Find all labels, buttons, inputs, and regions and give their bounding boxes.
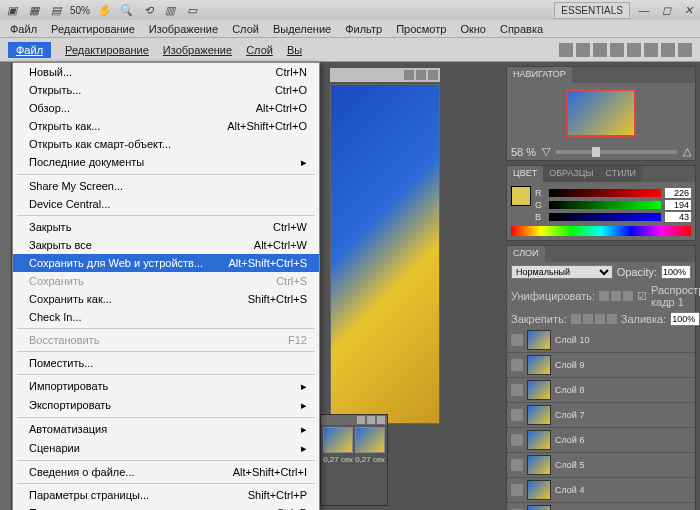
foreground-swatch[interactable] <box>511 186 531 206</box>
rotate-icon[interactable]: ⟲ <box>140 2 156 18</box>
menu-item[interactable]: Share My Screen... <box>13 177 319 195</box>
layer-row[interactable]: Слой 7 <box>507 403 695 428</box>
r-value[interactable]: 226 <box>665 188 691 198</box>
opt-icon[interactable] <box>559 43 573 57</box>
opt-icon[interactable] <box>644 43 658 57</box>
menu-edit[interactable]: Редактирование <box>45 21 141 37</box>
canvas-close-icon[interactable] <box>428 70 438 80</box>
zoom-slider[interactable] <box>556 150 677 154</box>
r-slider[interactable] <box>549 189 661 197</box>
unify-icon[interactable] <box>623 291 633 301</box>
anim-icon[interactable] <box>367 416 375 424</box>
hue-strip[interactable] <box>511 226 691 236</box>
lock-icon[interactable] <box>571 314 581 324</box>
toolbox[interactable] <box>0 62 12 510</box>
menu-item[interactable]: Последние документы▸ <box>13 153 319 172</box>
lock-icon[interactable] <box>595 314 605 324</box>
opt-layer[interactable]: Слой <box>246 44 273 56</box>
menu-item[interactable]: Сохранить как...Shift+Ctrl+S <box>13 290 319 308</box>
menu-item[interactable]: Сохранить для Web и устройств...Alt+Shif… <box>13 254 319 272</box>
visibility-icon[interactable] <box>511 434 523 446</box>
styles-tab[interactable]: СТИЛИ <box>599 166 642 182</box>
opt-icon[interactable] <box>576 43 590 57</box>
opt-more[interactable]: Вы <box>287 44 302 56</box>
visibility-icon[interactable] <box>511 459 523 471</box>
menu-image[interactable]: Изображение <box>143 21 224 37</box>
visibility-icon[interactable] <box>511 334 523 346</box>
layer-row[interactable]: Слой 4 <box>507 478 695 503</box>
menu-item[interactable]: Сведения о файле...Alt+Shift+Ctrl+I <box>13 463 319 481</box>
g-slider[interactable] <box>549 201 661 209</box>
layer-row[interactable]: Слой 6 <box>507 428 695 453</box>
menu-layer[interactable]: Слой <box>226 21 265 37</box>
b-value[interactable]: 43 <box>665 212 691 222</box>
bridge-icon[interactable]: ▦ <box>26 2 42 18</box>
g-value[interactable]: 194 <box>665 200 691 210</box>
swatches-tab[interactable]: ОБРАЗЦЫ <box>543 166 599 182</box>
canvas[interactable] <box>330 84 440 424</box>
visibility-icon[interactable] <box>511 359 523 371</box>
menu-item[interactable]: ЗакрытьCtrl+W <box>13 218 319 236</box>
zoom-icon[interactable]: 🔍 <box>118 2 134 18</box>
arrange-icon[interactable]: ▥ <box>162 2 178 18</box>
workspace-selector[interactable]: ESSENTIALS <box>554 2 630 19</box>
opt-file[interactable]: Файл <box>8 42 51 58</box>
opt-icon[interactable] <box>610 43 624 57</box>
zoom-out-icon[interactable]: ▽ <box>542 145 550 158</box>
menu-item[interactable]: Check In... <box>13 308 319 326</box>
menu-item[interactable]: Сценарии▸ <box>13 439 319 458</box>
opt-icon[interactable] <box>661 43 675 57</box>
layers-tab[interactable]: СЛОИ <box>507 246 545 262</box>
menu-select[interactable]: Выделение <box>267 21 337 37</box>
menu-filter[interactable]: Фильтр <box>339 21 388 37</box>
menu-item[interactable]: Открыть как...Alt+Shift+Ctrl+O <box>13 117 319 135</box>
unify-icon[interactable] <box>599 291 609 301</box>
navigator-thumb[interactable] <box>566 89 636 137</box>
anim-icon[interactable] <box>377 416 385 424</box>
menu-file[interactable]: Файл <box>4 21 43 37</box>
menu-help[interactable]: Справка <box>494 21 549 37</box>
lock-icon[interactable] <box>583 314 593 324</box>
layer-row[interactable]: Слой 10 <box>507 328 695 353</box>
lock-icon[interactable] <box>607 314 617 324</box>
canvas-max-icon[interactable] <box>416 70 426 80</box>
color-tab[interactable]: ЦВЕТ <box>507 166 543 182</box>
visibility-icon[interactable] <box>511 409 523 421</box>
unify-icon[interactable] <box>611 291 621 301</box>
menu-item[interactable]: Device Central... <box>13 195 319 213</box>
opt-edit[interactable]: Редактирование <box>65 44 149 56</box>
menu-item[interactable]: Поместить... <box>13 354 319 372</box>
anim-icon[interactable] <box>357 416 365 424</box>
visibility-icon[interactable] <box>511 384 523 396</box>
maximize-icon[interactable]: ◻ <box>658 2 674 18</box>
zoom-level[interactable]: 50% <box>70 5 90 16</box>
menu-item[interactable]: Параметры страницы...Shift+Ctrl+P <box>13 486 319 504</box>
visibility-icon[interactable] <box>511 484 523 496</box>
menu-item[interactable]: Открыть как смарт-объект... <box>13 135 319 153</box>
blend-mode-select[interactable]: Нормальный <box>511 265 613 279</box>
layer-row[interactable]: Слой 5 <box>507 453 695 478</box>
fill-input[interactable] <box>670 312 700 326</box>
menu-item[interactable]: Закрыть всеAlt+Ctrl+W <box>13 236 319 254</box>
navigator-zoom[interactable]: 58 % <box>511 146 536 158</box>
menu-view[interactable]: Просмотр <box>390 21 452 37</box>
menu-item[interactable]: Импортировать▸ <box>13 377 319 396</box>
animation-frame[interactable]: 0,27 сек <box>323 427 353 464</box>
layer-row[interactable]: Слой 8 <box>507 378 695 403</box>
minimize-icon[interactable]: — <box>636 2 652 18</box>
layer-row[interactable]: Слой 9 <box>507 353 695 378</box>
doc-icon[interactable]: ▤ <box>48 2 64 18</box>
menu-item[interactable]: Новый...Ctrl+N <box>13 63 319 81</box>
menu-window[interactable]: Окно <box>454 21 492 37</box>
layer-row[interactable]: Слой 3 <box>507 503 695 510</box>
screen-icon[interactable]: ▭ <box>184 2 200 18</box>
navigator-tab[interactable]: НАВИГАТОР <box>507 67 572 83</box>
close-icon[interactable]: ✕ <box>680 2 696 18</box>
hand-icon[interactable]: ✋ <box>96 2 112 18</box>
menu-item[interactable]: Экспортировать▸ <box>13 396 319 415</box>
animation-frame[interactable]: 0,27 сек <box>355 427 385 464</box>
canvas-min-icon[interactable] <box>404 70 414 80</box>
menu-item[interactable]: Печатать...Ctrl+P <box>13 504 319 510</box>
menu-item[interactable]: Открыть...Ctrl+O <box>13 81 319 99</box>
menu-item[interactable]: Автоматизация▸ <box>13 420 319 439</box>
